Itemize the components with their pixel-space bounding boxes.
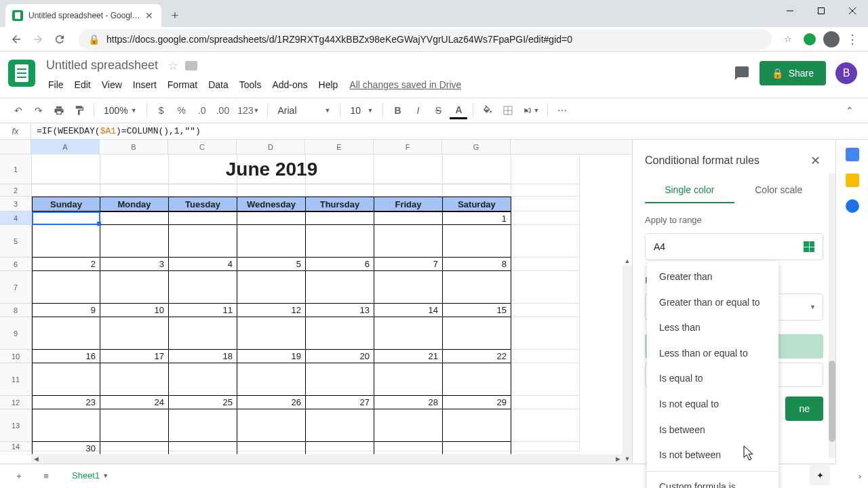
percent-button[interactable]: %	[173, 102, 191, 119]
calendar-date-cell[interactable]: 28	[374, 396, 443, 409]
user-avatar[interactable]: B	[835, 62, 857, 84]
tasks-addon-icon[interactable]	[846, 199, 859, 213]
new-tab-button[interactable]: +	[165, 6, 184, 25]
calendar-body-cell[interactable]	[237, 317, 306, 350]
calendar-date-cell[interactable]: 30	[32, 442, 100, 455]
chrome-menu-icon[interactable]: ⋮	[842, 32, 863, 47]
calendar-addon-icon[interactable]	[846, 148, 859, 161]
calendar-body-cell[interactable]	[443, 409, 511, 442]
calendar-date-cell[interactable]: 12	[237, 304, 306, 317]
tab-color-scale[interactable]: Color scale	[734, 179, 824, 203]
calendar-body-cell[interactable]	[169, 409, 237, 442]
calendar-date-cell[interactable]: 21	[374, 350, 443, 363]
calendar-body-cell[interactable]	[306, 225, 374, 258]
grid-horizontal-scrollbar[interactable]: ◀ ▶	[31, 454, 623, 464]
drive-status[interactable]: All changes saved in Drive	[349, 77, 461, 93]
calendar-body-cell[interactable]	[169, 363, 237, 396]
calendar-date-cell[interactable]: 11	[169, 304, 237, 317]
calendar-date-cell[interactable]: 15	[443, 304, 511, 317]
menu-data[interactable]: Data	[203, 77, 233, 93]
calendar-date-cell[interactable]: 2	[32, 258, 100, 271]
scroll-right-icon[interactable]: ▶	[613, 454, 623, 464]
calendar-body-cell[interactable]	[306, 409, 374, 442]
calendar-body-cell[interactable]	[374, 409, 443, 442]
calendar-body-cell[interactable]	[100, 317, 169, 350]
calendar-date-cell[interactable]: 24	[100, 396, 169, 409]
undo-button[interactable]: ↶	[9, 102, 27, 119]
menu-insert[interactable]: Insert	[128, 77, 161, 93]
close-panel-icon[interactable]: ✕	[808, 150, 823, 171]
calendar-date-cell[interactable]	[237, 442, 306, 455]
calendar-date-cell[interactable]	[169, 442, 237, 455]
calendar-body-cell[interactable]	[374, 225, 443, 258]
calendar-date-cell[interactable]: 18	[169, 350, 237, 363]
strike-button[interactable]: S	[429, 102, 447, 119]
dropdown-option[interactable]: Custom formula is	[647, 474, 778, 488]
menu-tools[interactable]: Tools	[235, 77, 267, 93]
panel-scrollbar[interactable]	[829, 174, 835, 458]
calendar-body-cell[interactable]	[374, 363, 443, 396]
calendar-date-cell[interactable]: 25	[169, 396, 237, 409]
calendar-body-cell[interactable]	[32, 363, 100, 396]
calendar-date-cell[interactable]: 16	[32, 350, 100, 363]
share-button[interactable]: 🔒 Share	[760, 61, 826, 85]
print-button[interactable]	[50, 102, 68, 119]
calendar-date-cell[interactable]: 22	[443, 350, 511, 363]
zoom-select[interactable]: 100%▼	[100, 105, 141, 116]
fx-label[interactable]: fx	[0, 123, 31, 139]
scrollbar-thumb[interactable]	[829, 361, 835, 442]
calendar-body-cell[interactable]	[169, 271, 237, 304]
more-formats-button[interactable]: 123▼	[235, 102, 262, 119]
dropdown-option[interactable]: Greater than	[647, 264, 778, 290]
scroll-left-icon[interactable]: ◀	[31, 454, 41, 464]
keep-addon-icon[interactable]	[846, 174, 859, 187]
calendar-date-cell[interactable]: 7	[374, 258, 443, 271]
window-minimize[interactable]	[774, 0, 806, 22]
sheets-logo-icon[interactable]	[8, 60, 35, 87]
col-header[interactable]: A	[31, 140, 100, 154]
calendar-date-cell[interactable]: 29	[443, 396, 511, 409]
row-header[interactable]: 4	[0, 211, 31, 225]
expand-rail-icon[interactable]: ›	[859, 471, 861, 481]
italic-button[interactable]: I	[409, 102, 427, 119]
star-icon[interactable]: ☆	[167, 58, 178, 73]
menu-file[interactable]: File	[43, 77, 68, 93]
calendar-date-cell[interactable]: 20	[306, 350, 374, 363]
row-header[interactable]: 9	[0, 317, 31, 350]
dropdown-option[interactable]: Less than or equal to	[647, 341, 778, 367]
calendar-body-cell[interactable]	[443, 225, 511, 258]
row-header[interactable]: 13	[0, 409, 31, 442]
borders-button[interactable]	[499, 102, 517, 119]
row-header[interactable]: 11	[0, 363, 31, 396]
col-header[interactable]: B	[100, 140, 168, 154]
calendar-date-cell[interactable]	[306, 442, 374, 455]
calendar-body-cell[interactable]	[443, 363, 511, 396]
calendar-body-cell[interactable]	[100, 363, 169, 396]
dropdown-option[interactable]: Is not equal to	[647, 392, 778, 418]
calendar-body-cell[interactable]	[32, 409, 100, 442]
calendar-date-cell[interactable]	[237, 211, 306, 225]
menu-view[interactable]: View	[97, 77, 127, 93]
calendar-body-cell[interactable]	[237, 271, 306, 304]
calendar-date-cell[interactable]: 9	[32, 304, 100, 317]
row-header[interactable]: 14	[0, 442, 31, 451]
dropdown-option[interactable]: Less than	[647, 315, 778, 341]
window-maximize[interactable]	[806, 0, 837, 22]
calendar-date-cell[interactable]: 4	[169, 258, 237, 271]
calendar-body-cell[interactable]	[32, 225, 100, 258]
col-header[interactable]: E	[305, 140, 374, 154]
reload-button[interactable]	[49, 28, 71, 50]
explore-button[interactable]: ✦	[810, 465, 830, 485]
forward-button[interactable]	[27, 28, 49, 50]
calendar-date-cell[interactable]: 26	[237, 396, 306, 409]
row-header[interactable]: 10	[0, 350, 31, 363]
bookmark-star-icon[interactable]: ☆	[777, 28, 799, 50]
extension-icon[interactable]	[799, 28, 821, 50]
profile-button[interactable]	[821, 28, 842, 50]
calendar-date-cell[interactable]	[374, 211, 443, 225]
calendar-body-cell[interactable]	[374, 271, 443, 304]
decrease-decimal-button[interactable]: .0	[193, 102, 211, 119]
calendar-date-cell[interactable]	[374, 442, 443, 455]
calendar-body-cell[interactable]	[32, 317, 100, 350]
row-header[interactable]: 2	[0, 184, 31, 197]
